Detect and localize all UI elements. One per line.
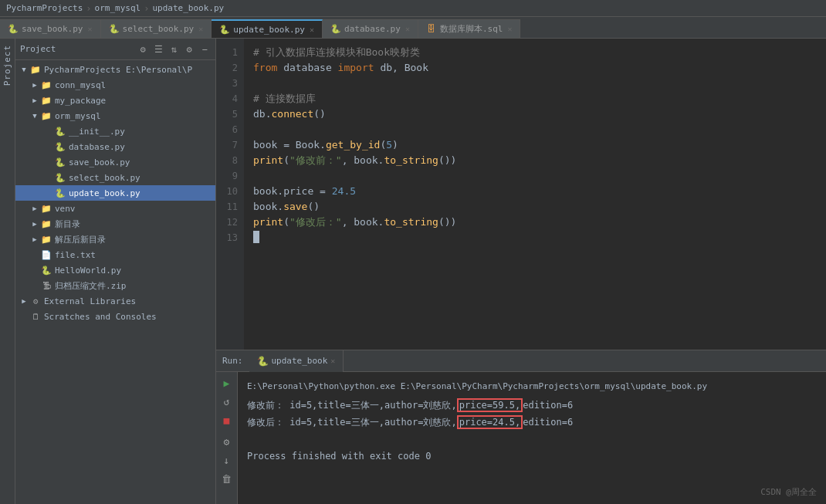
close-icon[interactable]: ✕: [198, 25, 203, 33]
tab-sql[interactable]: 🗄 数据库脚本.sql ✕: [418, 19, 521, 38]
project-tree: ▼ 📁 PycharmProjects E:\Personal\P ▶ 📁 co…: [15, 60, 215, 504]
scratches-icon: 🗒: [29, 310, 42, 323]
arrow-icon: ▶: [29, 96, 40, 104]
tree-item-conn-mysql[interactable]: ▶ 📁 conn_mysql: [15, 77, 215, 93]
output-price-after: price=24.5,: [457, 415, 523, 429]
py-icon: 🐍: [330, 24, 341, 35]
py-icon: 🐍: [8, 24, 19, 35]
folder-icon: 📁: [40, 79, 52, 91]
run-content: ▶ ↺ ■ ⚙ ↓ 🗑 E:\Personal\Python\python.ex…: [216, 372, 826, 504]
folder-icon: 📁: [40, 233, 52, 245]
watermark: CSDN @周全全: [760, 486, 817, 498]
py-file-icon: 🐍: [54, 171, 66, 184]
arrow-icon: ▼: [29, 112, 40, 120]
tree-label: External Libraries: [44, 296, 136, 306]
arrow-icon: ▶: [19, 297, 29, 305]
tree-label: conn_mysql: [55, 80, 106, 90]
tab-update-book[interactable]: 🐍 update_book.py ✕: [212, 19, 323, 38]
close-icon[interactable]: ✕: [87, 25, 92, 33]
tab-database[interactable]: 🐍 database.py ✕: [323, 19, 418, 38]
close-icon[interactable]: ✕: [507, 25, 512, 33]
tree-item-ext-libs[interactable]: ▶ ⚙ External Libraries: [15, 293, 215, 309]
close-icon[interactable]: ✕: [405, 25, 410, 33]
output-line-1: E:\Personal\Python\python.exe E:\Persona…: [247, 378, 817, 395]
sidebar-toolbar: Project ⚙ ☰ ⇅ ⚙ −: [15, 39, 215, 60]
tree-item-scratches[interactable]: 🗒 Scratches and Consoles: [15, 309, 215, 324]
sql-icon: 🗄: [426, 24, 437, 35]
run-rerun-button[interactable]: ↺: [219, 394, 235, 409]
tab-label: select_book.py: [123, 24, 195, 34]
folder-icon: 📁: [40, 218, 52, 230]
tree-label: file.txt: [55, 250, 96, 260]
close-icon[interactable]: ✕: [310, 25, 314, 34]
title-bar: PycharmProjects › orm_mysql › update_boo…: [0, 0, 826, 17]
py-file-icon: 🐍: [40, 264, 52, 276]
output-after-suffix: edition=6: [523, 417, 573, 428]
tree-label: venv: [55, 204, 76, 214]
project-label-text: Project: [2, 45, 12, 86]
py-icon: 🐍: [109, 24, 120, 35]
tree-item-helloworld[interactable]: 🐍 HelloWorld.py: [15, 262, 215, 278]
tree-item-database[interactable]: 🐍 database.py: [15, 139, 215, 154]
run-py-icon: 🐍: [257, 356, 269, 367]
tree-label: HelloWorld.py: [55, 266, 121, 276]
run-output: E:\Personal\Python\python.exe E:\Persona…: [238, 372, 826, 504]
tree-label: Scratches and Consoles: [44, 312, 157, 322]
py-file-icon: 🐍: [54, 125, 66, 137]
tree-item-my-package[interactable]: ▶ 📁 my_package: [15, 93, 215, 108]
tree-item-zip[interactable]: 🗜 归档压缩文件.zip: [15, 278, 215, 293]
code-area[interactable]: 1 2 3 4 5 6 7 8 9 10 11 12 13 # 引入数据库连接模…: [216, 39, 826, 350]
run-close-icon[interactable]: ✕: [330, 357, 335, 365]
sort-icon[interactable]: ⇅: [168, 43, 180, 56]
arrow-icon: ▶: [29, 81, 40, 89]
tab-save-book[interactable]: 🐍 save_book.py ✕: [0, 19, 101, 38]
title-file: update_book.py: [152, 3, 224, 13]
sidebar: Project ⚙ ☰ ⇅ ⚙ − ▼ 📁 PycharmProjects E:…: [15, 39, 216, 504]
tree-item-init[interactable]: 🐍 __init__.py: [15, 123, 215, 139]
run-stop-button[interactable]: ■: [219, 412, 235, 428]
layout-icon[interactable]: ☰: [152, 43, 164, 56]
tree-item-update-book[interactable]: 🐍 update_book.py: [15, 185, 215, 201]
tree-label: update_book.py: [69, 188, 140, 198]
run-panel: Run: 🐍 update_book ✕ ▶ ↺ ■ ⚙ ↓ 🗑 E:\Per: [216, 350, 826, 504]
py-file-icon: 🐍: [54, 140, 66, 153]
run-play-button[interactable]: ▶: [219, 375, 235, 391]
run-tab-bar: Run: 🐍 update_book ✕: [216, 350, 826, 372]
tree-label: 解压后新目录: [55, 234, 106, 245]
run-settings-button[interactable]: ⚙: [219, 434, 235, 449]
tree-item-orm-mysql[interactable]: ▼ 📁 orm_mysql: [15, 108, 215, 123]
output-line-2: 修改前： id=5,title=三体一,author=刘慈欣,price=59.…: [247, 397, 817, 414]
tab-bar: 🐍 save_book.py ✕ 🐍 select_book.py ✕ 🐍 up…: [0, 17, 826, 39]
title-folder: orm_mysql: [95, 3, 141, 13]
output-line-4: [247, 431, 817, 448]
run-toolbar: ▶ ↺ ■ ⚙ ↓ 🗑: [216, 372, 238, 504]
lib-icon: ⚙: [29, 295, 42, 307]
run-clear-button[interactable]: 🗑: [219, 471, 235, 486]
tab-select-book[interactable]: 🐍 select_book.py ✕: [101, 19, 212, 38]
tree-label: 归档压缩文件.zip: [55, 280, 127, 292]
code-editor[interactable]: # 引入数据库连接模块和Book映射类 from database import…: [244, 39, 826, 350]
folder-icon: 📁: [40, 202, 52, 215]
arrow-icon: ▶: [29, 220, 40, 228]
py-file-icon: 🐍: [54, 156, 66, 168]
minimize-icon[interactable]: −: [198, 43, 211, 56]
run-tab-update-book[interactable]: 🐍 update_book ✕: [249, 350, 344, 372]
tree-label: 新目录: [55, 218, 80, 230]
tree-item-select-book[interactable]: 🐍 select_book.py: [15, 170, 215, 185]
tree-label: PycharmProjects E:\Personal\P: [44, 65, 192, 75]
project-sidebar-strip: Project: [0, 39, 15, 504]
tree-label: my_package: [55, 96, 106, 106]
settings-icon[interactable]: ⚙: [183, 43, 195, 56]
tree-item-venv[interactable]: ▶ 📁 venv: [15, 201, 215, 216]
toolbar-project-label: Project: [20, 44, 134, 54]
output-line-5: Process finished with exit code 0: [247, 448, 817, 465]
cog-icon[interactable]: ⚙: [137, 43, 149, 56]
tree-item-pycharmprojects[interactable]: ▼ 📁 PycharmProjects E:\Personal\P: [15, 62, 215, 77]
title-project: PycharmProjects: [6, 3, 83, 13]
tree-item-new-dir[interactable]: ▶ 📁 新目录: [15, 216, 215, 232]
tree-item-extract-dir[interactable]: ▶ 📁 解压后新目录: [15, 232, 215, 247]
tree-item-save-book[interactable]: 🐍 save_book.py: [15, 154, 215, 170]
run-scroll-end-button[interactable]: ↓: [219, 452, 235, 468]
output-line-3: 修改后： id=5,title=三体一,author=刘慈欣,price=24.…: [247, 414, 817, 431]
tree-item-file-txt[interactable]: 📄 file.txt: [15, 247, 215, 262]
